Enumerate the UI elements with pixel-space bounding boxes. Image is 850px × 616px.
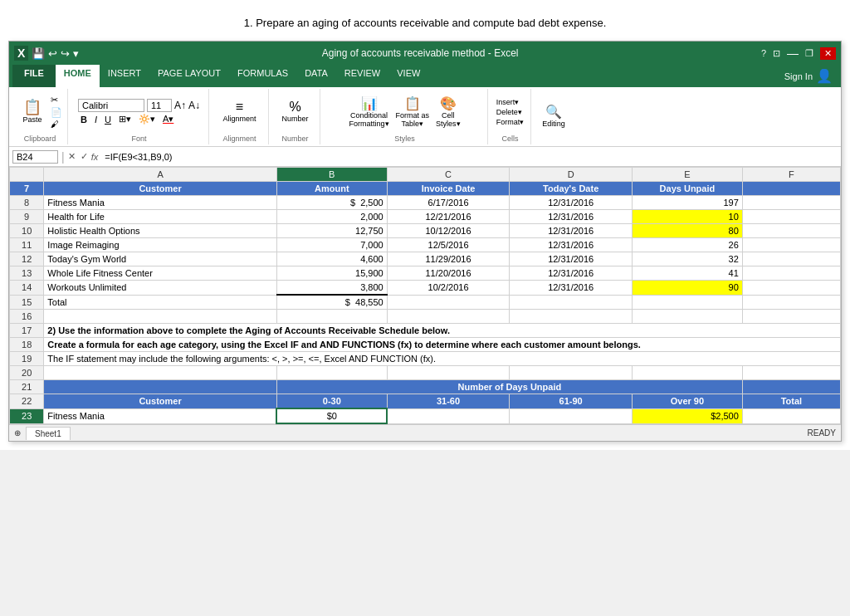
r9-c[interactable]: 12/21/2016	[387, 210, 510, 224]
tab-review[interactable]: REVIEW	[336, 65, 388, 87]
cell-styles-button[interactable]: 🎨 CellStyles▾	[436, 95, 461, 128]
r22-d[interactable]: 61-90	[510, 394, 633, 409]
r22-c[interactable]: 31-60	[387, 394, 510, 409]
tab-formulas[interactable]: FORMULAS	[229, 65, 296, 87]
conditional-formatting-button[interactable]: 📊 ConditionalFormatting▾	[349, 95, 389, 128]
r14-d[interactable]: 12/31/2016	[510, 281, 633, 296]
editing-button[interactable]: 🔍 Editing	[542, 104, 565, 128]
r23-b[interactable]: $0	[276, 408, 387, 423]
r7-b[interactable]: Amount	[276, 182, 387, 196]
r10-b[interactable]: 12,750	[276, 224, 387, 238]
r22-e[interactable]: Over 90	[632, 394, 742, 409]
r23-e[interactable]: $2,500	[632, 408, 742, 423]
r10-f[interactable]	[742, 224, 840, 238]
undo-icon[interactable]: ↩	[48, 47, 57, 60]
r14-f[interactable]	[742, 281, 840, 296]
confirm-formula-icon[interactable]: ✓	[81, 151, 88, 162]
font-color-button[interactable]: A▾	[160, 114, 176, 125]
r11-f[interactable]	[742, 238, 840, 252]
r17-text[interactable]: 2) Use the information above to complete…	[44, 324, 841, 338]
r22-a[interactable]: Customer	[44, 394, 277, 409]
col-header-e[interactable]: E	[632, 168, 742, 182]
border-button[interactable]: ⊞▾	[116, 114, 134, 125]
r13-f[interactable]	[742, 266, 840, 281]
r23-d[interactable]	[510, 408, 633, 423]
r8-b[interactable]: $ 2,500	[276, 196, 387, 210]
tab-page-layout[interactable]: PAGE LAYOUT	[149, 65, 229, 87]
r11-b[interactable]: 7,000	[276, 238, 387, 252]
bold-button[interactable]: B	[78, 115, 90, 125]
font-name-input[interactable]: Calibri	[78, 99, 144, 112]
tab-file[interactable]: FILE	[12, 65, 56, 87]
r23-a[interactable]: Fitness Mania	[44, 408, 277, 423]
decrease-font-button[interactable]: A↓	[188, 100, 200, 111]
copy-button[interactable]: 📄	[51, 107, 62, 118]
r13-e[interactable]: 41	[632, 266, 742, 281]
r12-a[interactable]: Today's Gym World	[44, 252, 277, 266]
redo-icon[interactable]: ↪	[61, 47, 70, 60]
r9-a[interactable]: Health for Life	[44, 210, 277, 224]
r21-a-empty[interactable]	[44, 380, 277, 394]
insert-cells-button[interactable]: Insert▾	[496, 98, 525, 106]
italic-button[interactable]: I	[92, 115, 100, 125]
format-as-table-button[interactable]: 📋 Format asTable▾	[396, 95, 430, 128]
r12-b[interactable]: 4,600	[276, 252, 387, 266]
r12-d[interactable]: 12/31/2016	[510, 252, 633, 266]
r8-c[interactable]: 6/17/2016	[387, 196, 510, 210]
r15-e[interactable]	[632, 295, 742, 310]
r13-b[interactable]: 15,900	[276, 266, 387, 281]
r7-d[interactable]: Today's Date	[510, 182, 633, 196]
r13-d[interactable]: 12/31/2016	[510, 266, 633, 281]
fill-color-button[interactable]: 🔆▾	[136, 114, 158, 125]
r10-c[interactable]: 10/12/2016	[387, 224, 510, 238]
maximize-button[interactable]: ❐	[805, 48, 813, 59]
r8-d[interactable]: 12/31/2016	[510, 196, 633, 210]
format-painter-button[interactable]: 🖌	[51, 120, 62, 129]
r9-e[interactable]: 10	[632, 210, 742, 224]
tab-data[interactable]: DATA	[296, 65, 336, 87]
number-button[interactable]: % Number	[279, 99, 312, 125]
r14-c[interactable]: 10/2/2016	[387, 281, 510, 296]
font-size-input[interactable]: 11	[147, 99, 172, 112]
r9-b[interactable]: 2,000	[276, 210, 387, 224]
close-button[interactable]: ✕	[820, 47, 836, 60]
r21-f-empty[interactable]	[742, 380, 840, 394]
r22-b[interactable]: 0-30	[276, 394, 387, 409]
r12-c[interactable]: 11/29/2016	[387, 252, 510, 266]
r11-e[interactable]: 26	[632, 238, 742, 252]
alignment-button[interactable]: ≡ Alignment	[220, 99, 260, 125]
r14-a[interactable]: Workouts Unlimited	[44, 281, 277, 296]
r22-f[interactable]: Total	[742, 394, 840, 409]
r23-f[interactable]	[742, 408, 840, 423]
r9-f[interactable]	[742, 210, 840, 224]
col-header-f[interactable]: F	[742, 168, 840, 182]
tab-home[interactable]: HOME	[56, 65, 100, 87]
r13-c[interactable]: 11/20/2016	[387, 266, 510, 281]
underline-button[interactable]: U	[102, 115, 114, 125]
sign-in-button[interactable]: Sign In 👤	[776, 65, 841, 87]
r23-c[interactable]	[387, 408, 510, 423]
save-icon[interactable]: 💾	[32, 47, 45, 60]
r19-text[interactable]: The IF statement may include the followi…	[44, 352, 841, 366]
format-cells-button[interactable]: Format▾	[496, 118, 525, 126]
tab-insert[interactable]: INSERT	[100, 65, 149, 87]
r7-e[interactable]: Days Unpaid	[632, 182, 742, 196]
col-header-a[interactable]: A	[44, 168, 277, 182]
tab-view[interactable]: VIEW	[388, 65, 428, 87]
r14-b[interactable]: 3,800	[276, 281, 387, 296]
r15-c[interactable]	[387, 295, 510, 310]
sheet-tab[interactable]: Sheet1	[26, 427, 71, 440]
r11-c[interactable]: 12/5/2016	[387, 238, 510, 252]
r11-a[interactable]: Image Reimaging	[44, 238, 277, 252]
r12-e[interactable]: 32	[632, 252, 742, 266]
r9-d[interactable]: 12/31/2016	[510, 210, 633, 224]
paste-button[interactable]: 📋 Paste	[17, 98, 47, 125]
col-header-d[interactable]: D	[510, 168, 633, 182]
r10-e[interactable]: 80	[632, 224, 742, 238]
restore-button[interactable]: ⊡	[773, 48, 780, 59]
formula-input[interactable]: =IF(E9<31,B9,0)	[101, 152, 838, 162]
col-header-c[interactable]: C	[387, 168, 510, 182]
r18-text[interactable]: Create a formula for each age category, …	[44, 338, 841, 352]
r14-e[interactable]: 90	[632, 281, 742, 296]
cell-reference-box[interactable]: B24	[12, 150, 58, 164]
